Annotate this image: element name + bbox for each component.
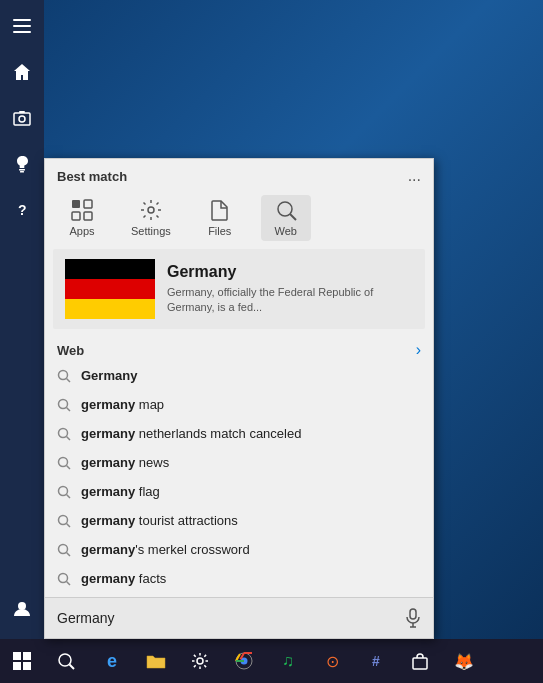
- taskbar-chrome-icon[interactable]: [224, 641, 264, 681]
- tab-apps-label: Apps: [69, 225, 94, 237]
- result-info: Germany Germany, officially the Federal …: [167, 263, 413, 316]
- tab-web[interactable]: Web: [261, 195, 311, 241]
- sidebar-icon-question[interactable]: ?: [0, 188, 44, 232]
- search-item-0[interactable]: Germany: [45, 361, 433, 390]
- search-item-1[interactable]: germany map: [45, 390, 433, 419]
- svg-rect-7: [20, 171, 24, 173]
- search-icon-7: [57, 572, 71, 586]
- search-item-3[interactable]: germany news: [45, 448, 433, 477]
- svg-rect-13: [84, 212, 92, 220]
- search-item-2[interactable]: germany netherlands match canceled: [45, 419, 433, 448]
- search-item-4[interactable]: germany flag: [45, 477, 433, 506]
- search-item-text-4: germany flag: [81, 484, 160, 499]
- result-card-germany[interactable]: Germany Germany, officially the Federal …: [53, 249, 425, 329]
- svg-rect-33: [410, 609, 416, 619]
- search-bar[interactable]: Germany: [45, 597, 433, 638]
- svg-point-42: [197, 658, 203, 664]
- web-search-icon: [275, 199, 297, 221]
- search-item-text-5: germany tourist attractions: [81, 513, 238, 528]
- web-section-header: Web ›: [45, 337, 433, 361]
- flag-stripe-gold: [65, 299, 155, 319]
- svg-point-25: [59, 486, 68, 495]
- files-icon: [209, 199, 231, 221]
- svg-rect-6: [19, 169, 25, 171]
- sidebar-icon-home[interactable]: [0, 50, 44, 94]
- taskbar-origin-icon[interactable]: ⊙: [312, 641, 352, 681]
- mic-icon: [405, 608, 421, 628]
- search-icon-2: [57, 427, 71, 441]
- sidebar-icon-lightbulb[interactable]: [0, 142, 44, 186]
- svg-rect-45: [413, 658, 427, 669]
- search-item-7[interactable]: germany facts: [45, 564, 433, 593]
- sidebar-icon-hamburger[interactable]: [0, 4, 44, 48]
- search-input-value: Germany: [57, 610, 405, 626]
- taskbar-settings-icon[interactable]: [180, 641, 220, 681]
- taskbar-store-icon[interactable]: [400, 641, 440, 681]
- svg-point-21: [59, 428, 68, 437]
- search-item-6[interactable]: germany's merkel crossword: [45, 535, 433, 564]
- svg-rect-36: [13, 652, 21, 660]
- svg-rect-5: [19, 111, 25, 113]
- svg-rect-11: [84, 200, 92, 208]
- svg-point-9: [18, 602, 26, 610]
- taskbar-explorer-icon[interactable]: [136, 641, 176, 681]
- folder-icon: [146, 652, 166, 670]
- windows-logo: [13, 652, 31, 670]
- search-icon-0: [57, 369, 71, 383]
- search-icon-1: [57, 398, 71, 412]
- start-button[interactable]: [0, 639, 44, 683]
- search-item-text-1: germany map: [81, 397, 164, 412]
- sidebar-icon-camera[interactable]: [0, 96, 44, 140]
- best-match-header: Best match ...: [45, 159, 433, 191]
- svg-line-18: [67, 378, 71, 382]
- svg-point-4: [19, 116, 25, 122]
- tab-settings[interactable]: Settings: [123, 195, 179, 241]
- search-item-text-0: Germany: [81, 368, 137, 383]
- taskbar-search-button[interactable]: [44, 639, 88, 683]
- sidebar: ?: [0, 0, 44, 639]
- flag-stripe-red: [65, 279, 155, 299]
- taskbar-firefox-icon[interactable]: 🦊: [444, 641, 484, 681]
- svg-point-29: [59, 544, 68, 553]
- desktop: ? Best match ...: [0, 0, 543, 683]
- germany-flag: [65, 259, 155, 319]
- svg-point-31: [59, 573, 68, 582]
- svg-rect-39: [23, 662, 31, 670]
- svg-line-16: [290, 214, 296, 220]
- svg-point-40: [59, 654, 71, 666]
- svg-line-32: [67, 581, 71, 585]
- svg-rect-1: [13, 25, 31, 27]
- web-label: Web: [57, 343, 84, 358]
- svg-point-14: [148, 207, 154, 213]
- gear-icon: [191, 652, 209, 670]
- taskbar-discord-icon[interactable]: #: [356, 641, 396, 681]
- svg-rect-37: [23, 652, 31, 660]
- three-dots-menu[interactable]: ...: [408, 167, 421, 185]
- svg-line-20: [67, 407, 71, 411]
- tab-files[interactable]: Files: [195, 195, 245, 241]
- taskbar-spotify-icon[interactable]: ♫: [268, 641, 308, 681]
- svg-point-27: [59, 515, 68, 524]
- search-item-5[interactable]: germany tourist attractions: [45, 506, 433, 535]
- sidebar-icon-user[interactable]: [0, 587, 44, 631]
- taskbar-search-icon: [57, 652, 75, 670]
- search-icon-5: [57, 514, 71, 528]
- svg-line-22: [67, 436, 71, 440]
- svg-line-41: [70, 665, 75, 670]
- svg-rect-38: [13, 662, 21, 670]
- svg-rect-3: [14, 113, 30, 125]
- search-icon-3: [57, 456, 71, 470]
- svg-line-30: [67, 552, 71, 556]
- taskbar-edge-icon[interactable]: e: [92, 641, 132, 681]
- apps-icon: [71, 199, 93, 221]
- web-arrow-icon[interactable]: ›: [416, 341, 421, 359]
- svg-line-24: [67, 465, 71, 469]
- search-item-text-2: germany netherlands match canceled: [81, 426, 301, 441]
- tab-settings-label: Settings: [131, 225, 171, 237]
- svg-point-23: [59, 457, 68, 466]
- category-tabs: Apps Settings Files: [45, 191, 433, 249]
- best-match-title: Best match: [57, 169, 127, 184]
- settings-icon: [140, 199, 162, 221]
- tab-apps[interactable]: Apps: [57, 195, 107, 241]
- start-menu: Best match ... Apps Settings: [44, 158, 434, 639]
